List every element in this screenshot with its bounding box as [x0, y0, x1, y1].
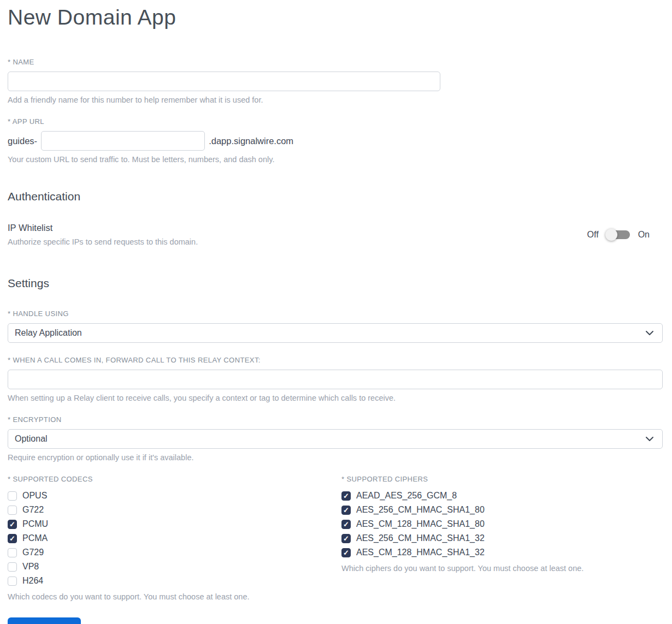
- handle-using-label: * HANDLE USING: [8, 310, 663, 318]
- relay-context-input[interactable]: [8, 370, 663, 389]
- codec-option[interactable]: G729: [8, 545, 341, 560]
- cipher-option[interactable]: AEAD_AES_256_GCM_8: [341, 489, 663, 503]
- codecs-ciphers-columns: * SUPPORTED CODECS OPUSG722PCMUPCMAG729V…: [8, 475, 663, 601]
- handle-using-selected-value: Relay Application: [15, 328, 82, 338]
- relay-context-group: * WHEN A CALL COMES IN, FORWARD CALL TO …: [8, 356, 663, 402]
- encryption-label: * ENCRYPTION: [8, 415, 663, 424]
- encryption-selected-value: Optional: [15, 434, 48, 444]
- ciphers-column: * SUPPORTED CIPHERS AEAD_AES_256_GCM_8AE…: [341, 475, 663, 601]
- handle-using-select[interactable]: Relay Application: [8, 323, 663, 343]
- name-field-group: * NAME Add a friendly name for this numb…: [8, 58, 663, 104]
- checkbox-checked-icon[interactable]: [341, 534, 351, 543]
- checkbox-checked-icon[interactable]: [8, 520, 17, 529]
- ip-whitelist-label: IP Whitelist: [8, 223, 198, 233]
- codec-option-label: PCMA: [22, 533, 48, 543]
- codec-option[interactable]: PCMU: [8, 517, 341, 531]
- codecs-label: * SUPPORTED CODECS: [8, 475, 341, 483]
- ip-whitelist-help-text: Authorize specific IPs to send requests …: [8, 237, 198, 246]
- ip-whitelist-toggle[interactable]: [607, 230, 630, 239]
- codecs-column: * SUPPORTED CODECS OPUSG722PCMUPCMAG729V…: [8, 475, 341, 601]
- relay-context-help-text: When setting up a Relay client to receiv…: [8, 394, 663, 402]
- cipher-option-label: AES_256_CM_HMAC_SHA1_32: [356, 533, 485, 543]
- encryption-help-text: Require encryption or optionally use it …: [8, 453, 663, 462]
- codecs-help-text: Which codecs do you want to support. You…: [8, 592, 341, 601]
- cipher-option-label: AES_256_CM_HMAC_SHA1_80: [356, 505, 485, 515]
- checkbox-checked-icon[interactable]: [8, 534, 17, 543]
- ip-whitelist-row: IP Whitelist Authorize specific IPs to s…: [8, 223, 663, 246]
- name-input[interactable]: [8, 72, 440, 91]
- codecs-list: OPUSG722PCMUPCMAG729VP8H264: [8, 489, 341, 588]
- ip-whitelist-text: IP Whitelist Authorize specific IPs to s…: [8, 223, 198, 246]
- app-url-row: guides- .dapp.signalwire.com: [8, 131, 663, 151]
- checkbox-unchecked-icon[interactable]: [8, 491, 17, 501]
- codec-option-label: G722: [22, 505, 44, 515]
- codec-option[interactable]: OPUS: [8, 489, 341, 503]
- settings-heading: Settings: [8, 277, 663, 290]
- cipher-option[interactable]: AES_CM_128_HMAC_SHA1_32: [341, 545, 663, 560]
- checkbox-checked-icon[interactable]: [341, 491, 351, 501]
- checkbox-checked-icon[interactable]: [341, 506, 351, 515]
- checkbox-unchecked-icon[interactable]: [8, 562, 17, 572]
- chevron-down-icon: [646, 331, 653, 336]
- app-url-label: * APP URL: [8, 117, 663, 126]
- checkbox-checked-icon[interactable]: [341, 548, 351, 557]
- handle-using-group: * HANDLE USING Relay Application: [8, 310, 663, 343]
- ciphers-label: * SUPPORTED CIPHERS: [341, 475, 663, 483]
- codec-option-label: H264: [22, 576, 43, 586]
- codec-option-label: OPUS: [22, 491, 47, 501]
- codec-option[interactable]: VP8: [8, 560, 341, 574]
- cipher-option-label: AES_CM_128_HMAC_SHA1_32: [356, 548, 485, 557]
- codec-option-label: G729: [22, 548, 44, 557]
- codec-option-label: VP8: [22, 562, 39, 572]
- ciphers-help-text: Which ciphers do you want to support. Yo…: [341, 564, 663, 573]
- cipher-option[interactable]: AES_CM_128_HMAC_SHA1_80: [341, 517, 663, 531]
- name-label: * NAME: [8, 58, 663, 66]
- checkbox-unchecked-icon[interactable]: [8, 506, 17, 515]
- toggle-on-label: On: [638, 230, 650, 240]
- app-url-input[interactable]: [41, 131, 205, 151]
- name-help-text: Add a friendly name for this number to h…: [8, 96, 663, 104]
- codec-option[interactable]: G722: [8, 503, 341, 517]
- app-url-suffix: .dapp.signalwire.com: [209, 136, 293, 146]
- checkbox-checked-icon[interactable]: [341, 520, 351, 529]
- ip-whitelist-toggle-group: Off On: [587, 230, 663, 240]
- app-url-help-text: Your custom URL to send traffic to. Must…: [8, 155, 663, 164]
- toggle-off-label: Off: [587, 230, 599, 240]
- ciphers-list: AEAD_AES_256_GCM_8AES_256_CM_HMAC_SHA1_8…: [341, 489, 663, 560]
- page-title: New Domain App: [8, 5, 663, 29]
- relay-context-label: * WHEN A CALL COMES IN, FORWARD CALL TO …: [8, 356, 663, 364]
- codec-option-label: PCMU: [22, 519, 48, 529]
- cipher-option-label: AES_CM_128_HMAC_SHA1_80: [356, 519, 485, 529]
- cipher-option[interactable]: AES_256_CM_HMAC_SHA1_80: [341, 503, 663, 517]
- toggle-knob[interactable]: [605, 229, 617, 241]
- codec-option[interactable]: H264: [8, 574, 341, 588]
- encryption-select[interactable]: Optional: [8, 429, 663, 449]
- checkbox-unchecked-icon[interactable]: [8, 548, 17, 557]
- cipher-option[interactable]: AES_256_CM_HMAC_SHA1_32: [341, 531, 663, 545]
- chevron-down-icon: [646, 437, 653, 442]
- app-url-prefix: guides-: [8, 136, 37, 146]
- authentication-heading: Authentication: [8, 190, 663, 203]
- cipher-option-label: AEAD_AES_256_GCM_8: [356, 491, 457, 501]
- codec-option[interactable]: PCMA: [8, 531, 341, 545]
- checkbox-unchecked-icon[interactable]: [8, 577, 17, 586]
- app-url-field-group: * APP URL guides- .dapp.signalwire.com Y…: [8, 117, 663, 164]
- save-button[interactable]: Save: [8, 617, 81, 624]
- encryption-group: * ENCRYPTION Optional Require encryption…: [8, 415, 663, 462]
